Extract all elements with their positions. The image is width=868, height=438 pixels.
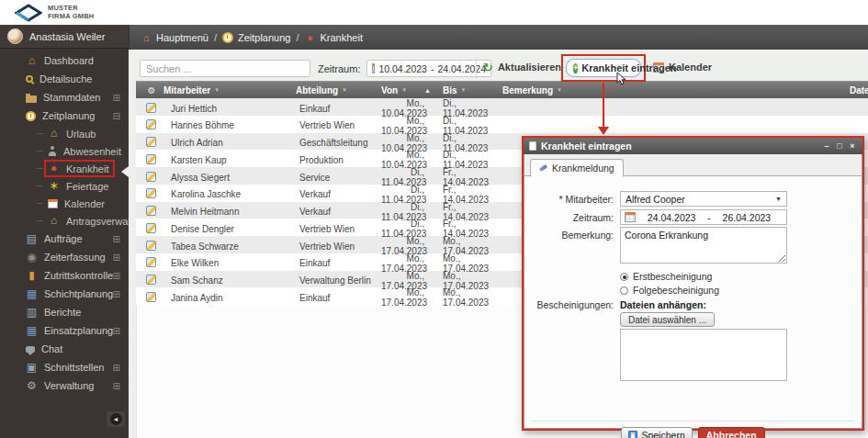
choose-file-button[interactable]: Datei auswählen ... [620, 312, 715, 327]
document-icon [529, 141, 536, 151]
sidebar-item[interactable]: ▣ Schnittstellen ⊞ [0, 358, 129, 376]
edit-note-icon[interactable] [146, 257, 156, 267]
expand-toggle-icon[interactable]: ⊟ [113, 111, 120, 121]
add-sickness-button[interactable]: Krankheit eintragen [566, 59, 641, 77]
radio-unselected-icon[interactable] [620, 286, 628, 295]
zeitraum-field[interactable]: 24.04.2023 - 26.04.2023 [620, 209, 787, 225]
cell-mitarbeiter: Juri Hettich [163, 104, 296, 114]
maximize-button[interactable]: □ [835, 141, 844, 151]
avatar [7, 28, 23, 44]
filter-icon[interactable]: ▼ [461, 87, 467, 93]
sidebar-item[interactable]: ● Krankheit [0, 160, 129, 177]
sidebar-item[interactable]: Zeitplanung ⊟ [0, 107, 129, 125]
sidebar-item[interactable]: Detailsuche [0, 70, 129, 88]
edit-note-icon[interactable] [146, 172, 156, 182]
sidebar-item-label: Aufträge [44, 233, 83, 244]
breadcrumb-hauptmenu[interactable]: ⌂ Hauptmenü [141, 32, 209, 43]
date-from[interactable]: 10.04.2023 [378, 63, 427, 74]
header-bemerkung[interactable]: Bemerkung▼ [502, 85, 850, 95]
breadcrumb-zeitplanung[interactable]: Zeitplanung [222, 32, 291, 43]
expand-toggle-icon[interactable]: ⊞ [113, 93, 120, 103]
filter-icon[interactable]: ▼ [214, 87, 220, 93]
table-row[interactable]: Hannes Böhme Vertrieb Wien Mo., 10.04.20… [136, 116, 868, 133]
sidebar-item[interactable]: ◉ Zeiterfassung ⊞ [0, 248, 129, 266]
cell-abteilung: Vertrieb Wien [296, 120, 381, 130]
sidebar-item[interactable]: ⌂ Urlaub [0, 125, 129, 142]
date-to[interactable]: 24.04.2024 [437, 63, 486, 74]
header-datei[interactable]: Datei [850, 85, 868, 95]
edit-note-icon[interactable] [146, 223, 156, 233]
sidebar-item[interactable]: ▦ Einsatzplanung ⊞ [0, 321, 129, 340]
filter-icon[interactable]: ▼ [401, 87, 407, 93]
sidebar-item[interactable]: ∗ Feiertage [0, 177, 129, 195]
save-button[interactable]: Speichern [621, 427, 692, 438]
table-row[interactable]: Juri Hettich Einkauf Mo., 10.04.2023 Di.… [136, 98, 868, 116]
expand-toggle-icon[interactable]: ⊞ [113, 381, 120, 391]
sidebar-item[interactable]: ⌂ Antragsverwaltung [0, 212, 129, 230]
edit-note-icon[interactable] [146, 275, 156, 285]
mitarbeiter-select[interactable]: Alfred Cooper ▼ [620, 191, 787, 207]
filter-icon[interactable]: ▼ [342, 87, 347, 93]
dialog-titlebar[interactable]: Krankheit eintragen – □ × [524, 138, 862, 154]
sidebar-item[interactable]: ⚙ Verwaltung ⊞ [0, 376, 129, 395]
sidebar-item[interactable]: Kalender [0, 195, 129, 212]
bemerkung-textarea[interactable]: Corona Erkrankung [620, 227, 787, 264]
cell-abteilung: Verwaltung Berlin [296, 275, 381, 286]
sidebar-item[interactable]: ⌂ Dashboard [0, 51, 129, 70]
sort-ascending-icon[interactable]: ▲ [424, 87, 431, 94]
dialog-date-to[interactable]: 26.04.2023 [711, 212, 783, 223]
filter-icon[interactable]: ▼ [557, 87, 562, 93]
edit-note-icon[interactable] [146, 206, 156, 216]
refresh-button[interactable]: ↻ Aktualisieren [483, 62, 561, 73]
edit-note-icon[interactable] [146, 241, 156, 251]
sidebar-item[interactable]: ▤ Aufträge ⊞ [0, 230, 129, 248]
cell-abteilung: Einkauf [296, 293, 381, 303]
user-profile[interactable]: Anastasia Weiler [0, 25, 129, 49]
expand-toggle-icon[interactable]: ⊞ [113, 363, 120, 373]
header-bis[interactable]: Bis▼ [434, 85, 502, 95]
dialog-tabstrip: Krankmeldung [524, 154, 862, 176]
mitarbeiter-label: * Mitarbeiter: [524, 194, 614, 205]
breadcrumb-krankheit[interactable]: ● Krankheit [305, 32, 363, 43]
edit-note-icon[interactable] [146, 137, 156, 147]
edit-note-icon[interactable] [146, 119, 156, 129]
edit-note-icon[interactable] [146, 103, 156, 113]
column-settings-gear-icon[interactable] [140, 85, 163, 95]
edit-note-icon[interactable] [146, 154, 156, 164]
search-input[interactable] [140, 60, 310, 77]
sidebar-item-label: Schnittstellen [44, 362, 104, 373]
cancel-button[interactable]: Abbrechen [698, 427, 765, 438]
cell-abteilung: Geschäftsleitung [296, 138, 381, 148]
expand-toggle-icon[interactable]: ⊞ [113, 234, 120, 244]
sidebar-item[interactable]: Abwesenheit [0, 142, 129, 160]
sidebar-item-label: Schichtplanung [44, 288, 113, 299]
sidebar-item[interactable]: Stammdaten ⊞ [0, 88, 129, 107]
edit-note-icon[interactable] [146, 292, 156, 302]
sidebar-item-label: Verwaltung [44, 380, 94, 391]
radio-selected-icon[interactable] [620, 273, 628, 281]
sidebar-item[interactable]: ▥ Berichte [0, 303, 129, 321]
date-range-field[interactable]: 10.04.2023 - 24.04.2024 [366, 60, 491, 77]
header-mitarbeiter[interactable]: Mitarbeiter▼ [163, 85, 296, 95]
sidebar-item[interactable]: Chat [0, 340, 129, 358]
expand-toggle-icon[interactable]: ⊞ [113, 326, 120, 336]
header-von[interactable]: Von▼ ▲ [381, 85, 434, 95]
annotation-arrow-line [603, 83, 604, 127]
attached-files-list[interactable] [620, 329, 787, 381]
minimize-button[interactable]: – [822, 141, 831, 151]
edit-note-icon[interactable] [146, 188, 156, 198]
tab-krankmeldung[interactable]: Krankmeldung [530, 159, 624, 177]
expand-toggle-icon[interactable]: ⊞ [113, 253, 120, 263]
radio-erstbescheinigung[interactable]: Erstbescheinigung [620, 271, 712, 282]
header-abteilung[interactable]: Abteilung▼ [296, 85, 381, 95]
sidebar-item[interactable]: ▮ Zutrittskontrolle ⊞ [0, 266, 129, 285]
sidebar-collapse-button[interactable]: ◄ [107, 411, 125, 427]
refresh-icon: ↻ [483, 62, 493, 73]
access-control-icon: ▮ [26, 270, 38, 282]
radio-folgebescheinigung[interactable]: Folgebescheinigung [620, 285, 719, 296]
sidebar-item[interactable]: ▦ Schichtplanung ⊞ [0, 285, 129, 303]
close-button[interactable]: × [848, 141, 857, 151]
expand-toggle-icon[interactable]: ⊞ [113, 271, 120, 281]
expand-toggle-icon[interactable]: ⊞ [113, 289, 120, 299]
dialog-date-from[interactable]: 24.04.2023 [636, 212, 707, 223]
